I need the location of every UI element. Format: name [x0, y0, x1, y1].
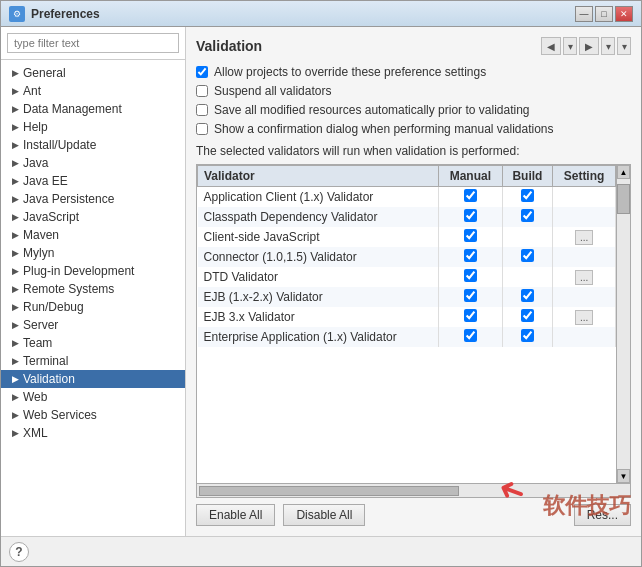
option-row-save: Save all modified resources automaticall…	[196, 103, 631, 117]
sidebar-item-mylyn[interactable]: ▶Mylyn	[1, 244, 185, 262]
forward-button[interactable]: ▶	[579, 37, 599, 55]
validator-table-container: Validator Manual Build Setting Applicati…	[196, 164, 631, 498]
sidebar-item-help[interactable]: ▶Help	[1, 118, 185, 136]
sidebar-item-installupdate[interactable]: ▶Install/Update	[1, 136, 185, 154]
sidebar-item-label: JavaScript	[23, 210, 79, 224]
option-label-override: Allow projects to override these prefere…	[214, 65, 486, 79]
manual-checkbox[interactable]	[464, 289, 477, 302]
scroll-track[interactable]	[617, 179, 630, 469]
tree-arrow-icon: ▶	[9, 175, 21, 187]
table-scroll[interactable]: Validator Manual Build Setting Applicati…	[197, 165, 616, 483]
search-input[interactable]	[7, 33, 179, 53]
validator-build	[502, 207, 552, 227]
setting-button[interactable]: ...	[575, 230, 593, 245]
build-checkbox[interactable]	[521, 189, 534, 202]
forward-dropdown[interactable]: ▾	[601, 37, 615, 55]
sidebar-item-label: Data Management	[23, 102, 122, 116]
manual-checkbox[interactable]	[464, 249, 477, 262]
panel-header: Validation ◀ ▾ ▶ ▾ ▾	[196, 37, 631, 55]
build-checkbox[interactable]	[521, 209, 534, 222]
table-row: EJB 3.x Validator...	[198, 307, 616, 327]
option-label-confirm: Show a confirmation dialog when performi…	[214, 122, 554, 136]
scroll-up-button[interactable]: ▲	[617, 165, 630, 179]
sidebar-item-label: Run/Debug	[23, 300, 84, 314]
setting-button[interactable]: ...	[575, 270, 593, 285]
tree-arrow-icon: ▶	[9, 283, 21, 295]
horizontal-scrollbar[interactable]	[197, 483, 630, 497]
panel-title: Validation	[196, 38, 262, 54]
restore-button[interactable]: Res...	[574, 504, 631, 526]
sidebar-item-general[interactable]: ▶General	[1, 64, 185, 82]
col-manual: Manual	[439, 166, 503, 187]
tree-arrow-icon: ▶	[9, 103, 21, 115]
validator-name: Classpath Dependency Validator	[198, 207, 439, 227]
sidebar-item-web-services[interactable]: ▶Web Services	[1, 406, 185, 424]
tree-arrow-icon: ▶	[9, 319, 21, 331]
sidebar-item-label: Java Persistence	[23, 192, 114, 206]
horiz-scroll-thumb[interactable]	[199, 486, 459, 496]
sidebar-item-ant[interactable]: ▶Ant	[1, 82, 185, 100]
tree-arrow-icon: ▶	[9, 229, 21, 241]
sidebar-item-data-management[interactable]: ▶Data Management	[1, 100, 185, 118]
build-checkbox[interactable]	[521, 289, 534, 302]
sidebar-item-validation[interactable]: ▶Validation	[1, 370, 185, 388]
manual-checkbox[interactable]	[464, 309, 477, 322]
sidebar-item-rundebug[interactable]: ▶Run/Debug	[1, 298, 185, 316]
option-checkbox-save[interactable]	[196, 104, 208, 116]
enable-all-button[interactable]: Enable All	[196, 504, 275, 526]
validator-table: Validator Manual Build Setting Applicati…	[197, 165, 616, 347]
build-checkbox[interactable]	[521, 249, 534, 262]
option-checkbox-confirm[interactable]	[196, 123, 208, 135]
table-row: EJB (1.x-2.x) Validator	[198, 287, 616, 307]
search-box	[1, 27, 185, 60]
sidebar-item-label: Server	[23, 318, 58, 332]
validator-manual	[439, 247, 503, 267]
sidebar-item-java-ee[interactable]: ▶Java EE	[1, 172, 185, 190]
menu-dropdown[interactable]: ▾	[617, 37, 631, 55]
back-dropdown[interactable]: ▾	[563, 37, 577, 55]
manual-checkbox[interactable]	[464, 269, 477, 282]
build-checkbox[interactable]	[521, 309, 534, 322]
scroll-thumb[interactable]	[617, 184, 630, 214]
sidebar-item-server[interactable]: ▶Server	[1, 316, 185, 334]
validator-name: Connector (1.0,1.5) Validator	[198, 247, 439, 267]
sidebar-item-terminal[interactable]: ▶Terminal	[1, 352, 185, 370]
minimize-button[interactable]: —	[575, 6, 593, 22]
disable-all-button[interactable]: Disable All	[283, 504, 365, 526]
option-label-save: Save all modified resources automaticall…	[214, 103, 530, 117]
tree-arrow-icon: ▶	[9, 355, 21, 367]
sidebar-item-label: Web Services	[23, 408, 97, 422]
sidebar-item-remote-systems[interactable]: ▶Remote Systems	[1, 280, 185, 298]
sidebar-item-label: Web	[23, 390, 47, 404]
sidebar-item-xml[interactable]: ▶XML	[1, 424, 185, 442]
option-label-suspend: Suspend all validators	[214, 84, 331, 98]
manual-checkbox[interactable]	[464, 209, 477, 222]
maximize-button[interactable]: □	[595, 6, 613, 22]
sidebar-item-maven[interactable]: ▶Maven	[1, 226, 185, 244]
manual-checkbox[interactable]	[464, 189, 477, 202]
sidebar-item-plug-in-development[interactable]: ▶Plug-in Development	[1, 262, 185, 280]
option-checkbox-override[interactable]	[196, 66, 208, 78]
tree-arrow-icon: ▶	[9, 337, 21, 349]
vertical-scrollbar[interactable]: ▲ ▼	[616, 165, 630, 483]
sidebar-item-web[interactable]: ▶Web	[1, 388, 185, 406]
close-button[interactable]: ✕	[615, 6, 633, 22]
tree-arrow-icon: ▶	[9, 157, 21, 169]
sidebar-item-label: Terminal	[23, 354, 68, 368]
back-button[interactable]: ◀	[541, 37, 561, 55]
tree-arrow-icon: ▶	[9, 373, 21, 385]
build-checkbox[interactable]	[521, 329, 534, 342]
sidebar-item-team[interactable]: ▶Team	[1, 334, 185, 352]
manual-checkbox[interactable]	[464, 329, 477, 342]
sidebar-item-java[interactable]: ▶Java	[1, 154, 185, 172]
manual-checkbox[interactable]	[464, 229, 477, 242]
title-bar-buttons: — □ ✕	[575, 6, 633, 22]
scroll-down-button[interactable]: ▼	[617, 469, 630, 483]
option-checkbox-suspend[interactable]	[196, 85, 208, 97]
sidebar-item-label: Maven	[23, 228, 59, 242]
setting-button[interactable]: ...	[575, 310, 593, 325]
sidebar-item-java-persistence[interactable]: ▶Java Persistence	[1, 190, 185, 208]
validator-setting: ...	[553, 227, 616, 247]
sidebar-item-javascript[interactable]: ▶JavaScript	[1, 208, 185, 226]
help-button[interactable]: ?	[9, 542, 29, 562]
